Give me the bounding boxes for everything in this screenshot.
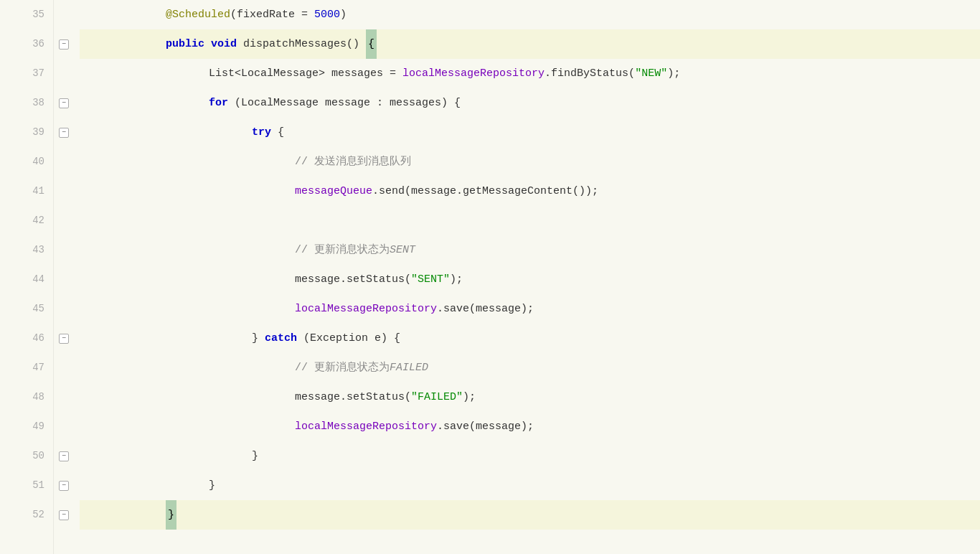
gutter-48 (54, 382, 74, 412)
gutter-52[interactable]: − (54, 500, 74, 530)
gutter-42 (54, 206, 74, 235)
token-repo-49: localMessageRepository (295, 412, 437, 441)
gutter-46[interactable]: − (54, 324, 74, 353)
token-string-48: "FAILED" (411, 382, 463, 412)
line-num-40: 40 (0, 147, 44, 177)
token-plain-35a: (fixedRate = (230, 0, 314, 29)
token-public-36: public (166, 29, 204, 59)
token-for-38: for (209, 88, 228, 118)
code-line-48: message.setStatus("FAILED"); (80, 382, 980, 412)
gutter-35 (54, 0, 74, 29)
gutter: − − − − − − − (54, 0, 74, 554)
gutter-41 (54, 177, 74, 206)
token-brace-open-36: { (366, 29, 377, 59)
line-num-35: 35 (0, 0, 44, 29)
gutter-51[interactable]: − (54, 471, 74, 500)
line-num-37: 37 (0, 59, 44, 88)
token-brace-close-52: } (166, 500, 176, 530)
token-find-37: .findByStatus( (545, 59, 635, 88)
line-numbers: 35 36 37 38 39 40 41 42 43 44 45 46 47 4… (0, 0, 54, 554)
line-num-47: 47 (0, 353, 44, 382)
line-num-50: 50 (0, 441, 44, 471)
code-line-47: // 更新消息状态为FAILED (80, 353, 980, 382)
token-semi-37: ); (667, 59, 680, 88)
token-send-41: .send(message.getMessageContent()); (372, 177, 598, 206)
code-line-35: @Scheduled(fixedRate = 5000) (80, 0, 980, 29)
line-num-36: 36 (0, 29, 44, 59)
token-annotation-35: @Scheduled (166, 0, 230, 29)
line-num-38: 38 (0, 88, 44, 118)
code-line-43: // 更新消息状态为SENT (80, 235, 980, 265)
line-num-44: 44 (0, 265, 44, 294)
code-line-50: } (80, 441, 980, 471)
token-comment-43b: SENT (390, 235, 415, 265)
line-num-41: 41 (0, 177, 44, 206)
code-line-38: for (LocalMessage message : messages) { (80, 88, 980, 118)
token-comment-47a: // 更新消息状态为 (295, 353, 390, 382)
gutter-47 (54, 353, 74, 382)
token-setstatus-48a: message.setStatus( (295, 382, 411, 412)
gutter-38[interactable]: − (54, 88, 74, 118)
line-num-43: 43 (0, 235, 44, 265)
line-num-48: 48 (0, 382, 44, 412)
token-closebrace-46: } (252, 324, 265, 353)
line-num-51: 51 (0, 471, 44, 500)
code-line-51: } (80, 471, 980, 500)
code-line-37: List<LocalMessage> messages = localMessa… (80, 59, 980, 88)
line-num-39: 39 (0, 118, 44, 147)
token-void-36: void (211, 29, 237, 59)
token-setstatus-44b: ); (450, 265, 463, 294)
token-comment-47b: FAILED (390, 353, 428, 382)
fold-icon-52[interactable]: − (59, 510, 69, 520)
fold-icon-38[interactable]: − (59, 98, 69, 108)
fold-icon-51[interactable]: − (59, 481, 69, 491)
token-close-50: } (252, 441, 258, 471)
token-string-37: "NEW" (635, 59, 667, 88)
line-num-52: 52 (0, 500, 44, 530)
token-comment-43a: // 更新消息状态为 (295, 235, 390, 265)
line-num-49: 49 (0, 412, 44, 441)
code-line-41: messageQueue.send(message.getMessageCont… (80, 177, 980, 206)
code-line-46: } catch (Exception e) { (80, 324, 980, 353)
code-line-52: } (80, 500, 980, 530)
gutter-44 (54, 265, 74, 294)
code-line-40: // 发送消息到消息队列 (80, 147, 980, 177)
gutter-45 (54, 294, 74, 324)
gutter-39[interactable]: − (54, 118, 74, 147)
token-catch-params-46: (Exception e) { (297, 324, 400, 353)
token-setstatus-48b: ); (463, 382, 476, 412)
gutter-40 (54, 147, 74, 177)
gutter-49 (54, 412, 74, 441)
token-msgqueue-41: messageQueue (295, 177, 372, 206)
token-setstatus-44a: message.setStatus( (295, 265, 411, 294)
gutter-37 (54, 59, 74, 88)
fold-icon-46[interactable]: − (59, 334, 69, 344)
code-editor: 35 36 37 38 39 40 41 42 43 44 45 46 47 4… (0, 0, 980, 554)
token-save-49: .save(message); (437, 412, 534, 441)
code-line-49: localMessageRepository.save(message); (80, 412, 980, 441)
token-repo-45: localMessageRepository (295, 294, 437, 324)
token-methodname-36: dispatchMessages() (237, 29, 366, 59)
code-line-44: message.setStatus("SENT"); (80, 265, 980, 294)
code-line-36: public void dispatchMessages() { (80, 29, 980, 59)
fold-icon-36[interactable]: − (59, 39, 69, 50)
token-try-39: try (252, 118, 271, 147)
token-list-37: List<LocalMessage> messages = (209, 59, 402, 88)
token-catch-46: catch (265, 324, 297, 353)
line-num-46: 46 (0, 324, 44, 353)
code-line-39: try { (80, 118, 980, 147)
fold-icon-50[interactable]: − (59, 451, 69, 461)
token-number-35: 5000 (314, 0, 340, 29)
code-content: @Scheduled(fixedRate = 5000) public void… (74, 0, 980, 554)
code-line-42 (80, 206, 980, 235)
gutter-50[interactable]: − (54, 441, 74, 471)
gutter-36[interactable]: − (54, 29, 74, 59)
gutter-43 (54, 235, 74, 265)
line-num-42: 42 (0, 206, 44, 235)
token-repo-37: localMessageRepository (402, 59, 545, 88)
line-num-45: 45 (0, 294, 44, 324)
token-for-body-38: (LocalMessage message : messages) { (228, 88, 461, 118)
fold-icon-39[interactable]: − (59, 128, 69, 138)
token-comment-40: // 发送消息到消息队列 (295, 147, 411, 177)
token-space-36 (204, 29, 211, 59)
